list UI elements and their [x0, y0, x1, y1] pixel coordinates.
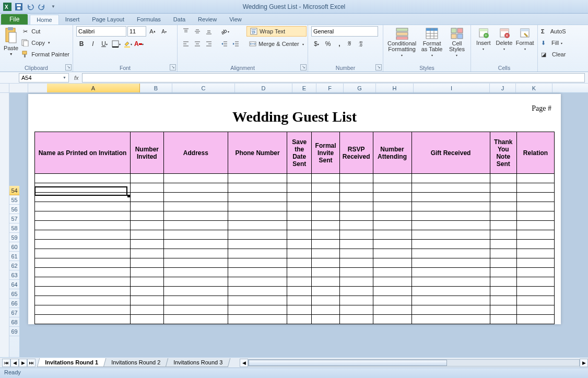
- paste-button[interactable]: Paste ▼: [3, 26, 19, 56]
- table-row[interactable]: [35, 230, 555, 240]
- table-cell[interactable]: [163, 193, 228, 202]
- table-cell[interactable]: [490, 240, 516, 249]
- table-cell[interactable]: [228, 240, 287, 249]
- table-cell[interactable]: [516, 240, 554, 249]
- comma-button[interactable]: ,: [334, 39, 345, 49]
- table-cell[interactable]: [373, 240, 411, 249]
- table-cell[interactable]: [228, 277, 287, 287]
- table-cell[interactable]: [411, 240, 490, 249]
- cut-button[interactable]: ✂Cut: [21, 26, 69, 37]
- table-cell[interactable]: [163, 277, 228, 287]
- table-cell[interactable]: [287, 277, 312, 287]
- table-cell[interactable]: [163, 221, 228, 230]
- fill-handle[interactable]: [127, 195, 130, 197]
- table-cell[interactable]: [35, 277, 131, 287]
- table-cell[interactable]: [228, 315, 287, 324]
- table-cell[interactable]: [373, 277, 411, 287]
- table-cell[interactable]: [163, 287, 228, 296]
- accounting-button[interactable]: $▾: [311, 39, 322, 49]
- table-cell[interactable]: [373, 296, 411, 305]
- table-cell[interactable]: [163, 230, 228, 240]
- table-cell[interactable]: [163, 202, 228, 211]
- table-cell[interactable]: [490, 277, 516, 287]
- font-launcher[interactable]: ↘: [170, 64, 176, 70]
- underline-button[interactable]: U▾: [99, 39, 110, 49]
- border-button[interactable]: ▾: [111, 39, 121, 49]
- table-cell[interactable]: [228, 193, 287, 202]
- table-row[interactable]: [35, 202, 555, 211]
- table-cell[interactable]: [411, 183, 490, 193]
- save-icon[interactable]: [14, 2, 24, 12]
- table-cell[interactable]: [312, 287, 339, 296]
- font-size-select[interactable]: [127, 26, 146, 37]
- table-cell[interactable]: [516, 202, 554, 211]
- table-cell[interactable]: [411, 258, 490, 268]
- fill-button[interactable]: ⬇ Fill▾: [541, 38, 562, 48]
- table-cell[interactable]: [312, 296, 339, 305]
- redo-icon[interactable]: [37, 2, 47, 12]
- table-cell[interactable]: [339, 249, 373, 258]
- table-row[interactable]: [35, 287, 555, 296]
- table-cell[interactable]: [35, 193, 131, 202]
- tab-formulas[interactable]: Formulas: [131, 15, 167, 25]
- table-cell[interactable]: [312, 249, 339, 258]
- table-cell[interactable]: [516, 193, 554, 202]
- table-cell[interactable]: [130, 202, 163, 211]
- orientation-icon[interactable]: ab▾: [219, 26, 230, 37]
- table-cell[interactable]: [516, 268, 554, 277]
- table-cell[interactable]: [228, 202, 287, 211]
- tab-home[interactable]: Home: [30, 15, 58, 25]
- format-painter-button[interactable]: Format Painter: [21, 49, 69, 60]
- table-cell[interactable]: [312, 202, 339, 211]
- table-cell[interactable]: [35, 240, 131, 249]
- table-cell[interactable]: [411, 296, 490, 305]
- table-cell[interactable]: [312, 221, 339, 230]
- table-cell[interactable]: [287, 174, 312, 183]
- table-cell[interactable]: [339, 240, 373, 249]
- table-cell[interactable]: [411, 174, 490, 183]
- format-as-table-button[interactable]: Format as Table▾: [419, 26, 444, 57]
- table-cell[interactable]: [163, 183, 228, 193]
- table-cell[interactable]: [130, 249, 163, 258]
- tab-insert[interactable]: Insert: [59, 15, 86, 25]
- table-cell[interactable]: [35, 296, 131, 305]
- table-header-cell[interactable]: Save the Date Sent: [287, 132, 312, 174]
- table-cell[interactable]: [287, 315, 312, 324]
- table-cell[interactable]: [516, 221, 554, 230]
- table-header-cell[interactable]: Number Invited: [130, 132, 163, 174]
- table-cell[interactable]: [35, 230, 131, 240]
- table-cell[interactable]: [339, 183, 373, 193]
- table-cell[interactable]: [163, 268, 228, 277]
- table-cell[interactable]: [130, 230, 163, 240]
- table-cell[interactable]: [339, 193, 373, 202]
- table-cell[interactable]: [490, 183, 516, 193]
- table-cell[interactable]: [373, 193, 411, 202]
- table-cell[interactable]: [411, 305, 490, 315]
- table-cell[interactable]: [411, 202, 490, 211]
- tab-page-layout[interactable]: Page Layout: [86, 15, 131, 25]
- table-cell[interactable]: [411, 211, 490, 221]
- table-cell[interactable]: [490, 268, 516, 277]
- table-cell[interactable]: [339, 277, 373, 287]
- decrease-indent-icon[interactable]: [219, 39, 230, 49]
- table-cell[interactable]: [228, 174, 287, 183]
- table-cell[interactable]: [163, 240, 228, 249]
- table-header-cell[interactable]: RSVP Received: [339, 132, 373, 174]
- table-cell[interactable]: [163, 315, 228, 324]
- table-cell[interactable]: [287, 258, 312, 268]
- table-cell[interactable]: [516, 277, 554, 287]
- table-cell[interactable]: [339, 315, 373, 324]
- table-cell[interactable]: [490, 221, 516, 230]
- table-cell[interactable]: [130, 221, 163, 230]
- table-cell[interactable]: [228, 268, 287, 277]
- table-row[interactable]: [35, 183, 555, 193]
- table-cell[interactable]: [490, 174, 516, 183]
- clear-button[interactable]: ◪ Clear: [541, 49, 566, 60]
- table-cell[interactable]: [228, 221, 287, 230]
- table-cell[interactable]: [287, 287, 312, 296]
- horizontal-scrollbar[interactable]: ◀▶: [240, 359, 588, 367]
- table-row[interactable]: [35, 268, 555, 277]
- align-middle-icon[interactable]: [192, 26, 203, 37]
- table-cell[interactable]: [287, 240, 312, 249]
- table-cell[interactable]: [339, 230, 373, 240]
